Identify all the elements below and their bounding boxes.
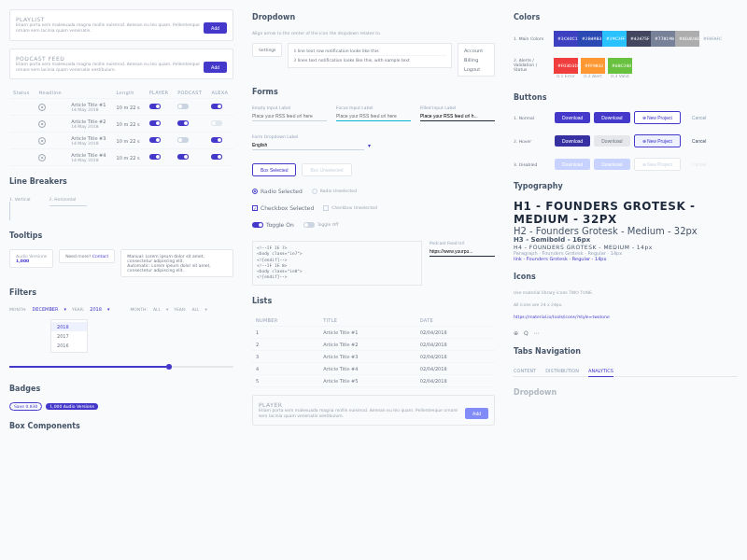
btn-cancel-d: Cancel — [684, 159, 714, 170]
search-icon: Q — [524, 329, 529, 336]
typo-h3: H3 - Semibold - 16px — [514, 236, 738, 244]
player-add-button[interactable]: Add — [465, 408, 488, 419]
box-selected[interactable]: Box Selected — [252, 163, 296, 176]
list-row[interactable]: 4Article Title #402/04/2018 — [252, 362, 495, 374]
playlist-title: PLAYLIST — [16, 16, 227, 22]
colors-title: Colors — [514, 13, 738, 21]
dd-notifications: 1 line text row notification looks like … — [288, 43, 452, 68]
btn-newproj-h[interactable]: ⊕ New Project — [634, 134, 681, 147]
btn-newproj-d: ⊕ New Project — [634, 158, 681, 171]
empty-input[interactable] — [252, 111, 327, 121]
filters-title: Filters — [9, 288, 233, 297]
radio-unselected[interactable] — [312, 189, 317, 194]
col-alexa: ALEXA — [207, 87, 233, 99]
color-swatch: #3C40C1 — [554, 31, 578, 47]
player-toggle[interactable] — [149, 120, 161, 126]
lists-table: NUMBER TITLE DATE 1Article Title #102/04… — [252, 315, 495, 387]
list-row[interactable]: 3Article Title #302/04/2018 — [252, 350, 495, 362]
articles-table: Status Headline Length PLAYER PODCAST AL… — [9, 87, 233, 166]
dropdown-title: Dropdown — [252, 13, 495, 21]
btn-download-gh[interactable]: Download — [594, 135, 629, 147]
tooltips-title: Tooltips — [9, 231, 233, 240]
list-row[interactable]: 2Article Title #202/04/2018 — [252, 338, 495, 350]
tab-analytics[interactable]: ANALYTICS — [588, 365, 613, 377]
btn-cancel-1[interactable]: Cancel — [684, 112, 714, 123]
podcast-toggle[interactable] — [177, 137, 189, 143]
filter-month[interactable]: DECEMBER — [32, 306, 58, 312]
table-row[interactable]: ▸ Article Title #114 May 2018 10 m 22 s — [9, 99, 233, 116]
col-headline: Headline — [35, 87, 67, 99]
btn-download-2[interactable]: Download — [594, 112, 629, 123]
dd-account-menu[interactable]: Account Billing Logout — [458, 43, 495, 77]
color-swatch: #2B49B3 — [578, 31, 602, 47]
tabs-title: Tabs Navigation — [514, 347, 738, 356]
column-right: Colors 1. Main Colors #3C40C1#2B49B3#29C… — [514, 9, 738, 432]
dropdown2-title: Dropdown — [514, 388, 738, 397]
btn-newproj-1[interactable]: ⊕ New Project — [634, 111, 681, 124]
btn-download-1[interactable]: Download — [555, 112, 590, 123]
table-row[interactable]: ▸ Article Title #214 May 2018 10 m 22 s — [9, 116, 233, 133]
playlist-add-button[interactable]: Add — [204, 22, 227, 34]
color-swatch: #F03D3D — [554, 58, 578, 74]
tooltip-info: Manual: Lorem ipsum dolor sit amet, cons… — [120, 249, 233, 277]
play-icon[interactable]: ▸ — [38, 120, 46, 128]
dd-settings[interactable]: Settings — [252, 43, 282, 57]
btn-download-h[interactable]: Download — [555, 135, 590, 147]
btn-download-d: Download — [555, 159, 590, 170]
badges-title: Badges — [9, 385, 233, 393]
column-mid: Dropdown Align arrow to the center of th… — [252, 9, 495, 432]
filter-year[interactable]: 2018 — [90, 306, 102, 312]
podcast-toggle[interactable] — [177, 154, 189, 160]
play-icon[interactable]: ▸ — [38, 104, 46, 111]
player-toggle[interactable] — [149, 104, 161, 109]
globe-icon: ⊕ — [514, 329, 518, 336]
range-slider[interactable] — [9, 366, 233, 368]
lb-vertical: 1. Vertical — [9, 197, 31, 202]
box-unselected[interactable]: Box Unselected — [302, 163, 351, 176]
podcast-add-button[interactable]: Add — [204, 62, 227, 73]
podcast-toggle[interactable] — [177, 120, 189, 126]
col-podcast: PODCAST — [174, 87, 207, 99]
audio-count: 1,000 — [16, 259, 47, 263]
row-length: 10 m 22 s — [113, 133, 146, 149]
year-dropdown[interactable]: 2018 2017 2016 — [50, 319, 88, 353]
lang-dropdown[interactable] — [252, 140, 364, 150]
btn-download-d2: Download — [594, 159, 629, 170]
filled-input[interactable] — [420, 111, 495, 121]
column-left: PLAYLIST Etiam porta sem malesuada magna… — [9, 9, 233, 432]
alexa-toggle[interactable] — [211, 154, 222, 160]
alexa-toggle[interactable] — [211, 137, 222, 143]
filter-year-all[interactable]: ALL — [191, 307, 199, 312]
player-toggle[interactable] — [149, 137, 161, 143]
contact-link[interactable]: Contact — [92, 254, 109, 259]
radio-selected[interactable] — [252, 189, 258, 194]
lb-horizontal: 2. Horizontal — [49, 197, 77, 202]
table-row[interactable]: ▸ Article Title #414 May 2018 10 m 22 s — [9, 149, 233, 166]
player-toggle[interactable] — [149, 154, 161, 160]
podcast-toggle[interactable] — [177, 104, 189, 109]
checkbox-selected[interactable]: ✓ — [252, 205, 258, 211]
table-row[interactable]: ▸ Article Title #314 May 2018 10 m 22 s — [9, 133, 233, 149]
play-icon[interactable]: ▸ — [38, 154, 46, 161]
linebreakers-title: Line Breakers — [9, 177, 233, 186]
toggle-on[interactable] — [252, 222, 263, 228]
play-icon[interactable]: ▸ — [38, 137, 46, 145]
tooltip-contact: Need more? Contact — [59, 249, 115, 263]
icons-link[interactable]: https://material.io/tools/icons/?style=t… — [514, 315, 738, 319]
alexa-toggle[interactable] — [211, 120, 222, 126]
lists-title: Lists — [252, 297, 495, 305]
checkbox-unselected[interactable] — [323, 205, 329, 211]
focus-input[interactable] — [336, 111, 411, 121]
alexa-toggle[interactable] — [211, 104, 222, 109]
tab-content[interactable]: CONTENT — [514, 365, 536, 376]
btn-cancel-h[interactable]: Cancel — [684, 135, 714, 147]
feed-url-input[interactable] — [430, 246, 495, 257]
toggle-off[interactable] — [303, 222, 315, 228]
filter-month-all[interactable]: ALL — [153, 307, 161, 312]
tab-distribution[interactable]: DISTRIBUTION — [545, 365, 579, 376]
icons-title: Icons — [514, 273, 738, 281]
list-row[interactable]: 1Article Title #102/04/2018 — [252, 326, 495, 338]
row-date: 14 May 2018 — [71, 124, 108, 129]
list-row[interactable]: 5Article Title #502/04/2018 — [252, 374, 495, 386]
dropdown-sub: Align arrow to the center of the icon th… — [252, 31, 495, 35]
